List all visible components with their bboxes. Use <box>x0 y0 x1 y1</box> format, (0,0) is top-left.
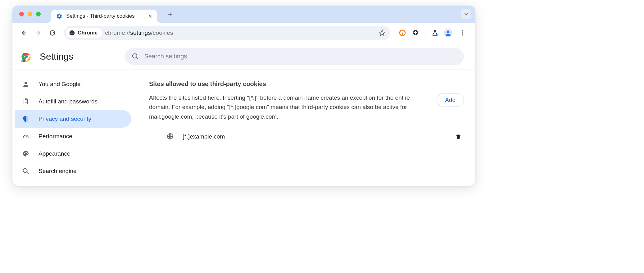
search-icon <box>22 167 30 175</box>
svg-point-7 <box>447 30 450 33</box>
speedometer-icon <box>22 132 30 140</box>
svg-point-9 <box>462 32 463 34</box>
sidebar-item-performance[interactable]: Performance <box>15 128 131 145</box>
search-settings-field[interactable] <box>125 48 464 65</box>
section-description: Affects the sites listed here. Inserting… <box>149 93 427 121</box>
page-title: Settings <box>40 51 73 62</box>
svg-rect-20 <box>25 98 27 100</box>
chrome-logo-icon: Beta <box>21 51 32 62</box>
browser-window: Settings - Third-party cookies <box>12 6 475 186</box>
allowed-site-row: [*.]example.com <box>149 130 464 143</box>
svg-point-28 <box>23 169 27 173</box>
sidebar-item-privacy-security[interactable]: Privacy and security <box>15 110 131 128</box>
shield-icon <box>22 115 30 123</box>
close-tab-button[interactable] <box>147 13 153 19</box>
sidebar-item-label: Appearance <box>39 150 70 157</box>
svg-point-8 <box>462 30 463 31</box>
extensions-puzzle-icon[interactable] <box>411 29 420 37</box>
extensions-area <box>397 27 469 39</box>
back-button[interactable] <box>18 27 30 39</box>
person-icon <box>22 80 30 88</box>
svg-rect-19 <box>24 99 28 104</box>
browser-menu-button[interactable] <box>457 27 468 39</box>
svg-rect-31 <box>456 135 460 136</box>
search-icon <box>132 53 139 60</box>
profile-avatar-icon[interactable] <box>444 29 452 37</box>
url-text: chrome://settings/cookies <box>105 30 173 36</box>
svg-point-26 <box>26 152 27 153</box>
extension-openvpn-icon[interactable] <box>398 29 406 37</box>
section-title: Sites allowed to use third-party cookies <box>149 80 464 88</box>
svg-line-23 <box>26 136 27 138</box>
svg-point-5 <box>436 34 438 36</box>
address-bar[interactable]: Chrome chrome://settings/cookies <box>64 26 390 40</box>
sidebar-item-autofill[interactable]: Autofill and passwords <box>15 93 131 110</box>
content-pane: Sites allowed to use third-party cookies… <box>139 70 475 186</box>
sidebar-item-label: You and Google <box>39 81 81 88</box>
svg-point-25 <box>25 152 26 153</box>
toolbar: Chrome chrome://settings/cookies <box>12 23 475 43</box>
tab-overflow-button[interactable] <box>461 9 471 19</box>
sidebar-item-you-and-google[interactable]: You and Google <box>15 75 131 93</box>
add-button[interactable]: Add <box>437 93 464 107</box>
toolbar-divider <box>425 29 425 37</box>
site-chip[interactable]: Chrome <box>66 28 102 38</box>
title-bar: Settings - Third-party cookies <box>12 6 475 23</box>
sidebar-item-label: Performance <box>39 133 72 140</box>
palette-icon <box>22 150 30 158</box>
window-controls <box>19 12 41 16</box>
site-chip-label: Chrome <box>78 30 98 36</box>
reload-button[interactable] <box>47 27 58 39</box>
chrome-icon <box>69 30 75 36</box>
svg-point-24 <box>24 153 25 154</box>
browser-tab[interactable]: Settings - Third-party cookies <box>51 10 157 23</box>
forward-button[interactable] <box>32 27 44 39</box>
svg-rect-4 <box>402 33 403 35</box>
sidebar-item-appearance[interactable]: Appearance <box>15 145 131 162</box>
sidebar-item-search-engine[interactable]: Search engine <box>15 162 131 180</box>
search-settings-input[interactable] <box>144 53 457 60</box>
maximize-window-button[interactable] <box>36 12 41 16</box>
svg-point-2 <box>71 32 73 34</box>
page-content: Beta Settings You and Google Autofill an… <box>12 43 475 186</box>
svg-point-27 <box>27 153 28 154</box>
sidebar: You and Google Autofill and passwords Pr… <box>12 70 139 186</box>
svg-point-10 <box>462 34 463 35</box>
delete-site-button[interactable] <box>455 134 462 140</box>
section-row: Affects the sites listed here. Inserting… <box>149 93 464 121</box>
labs-flask-icon[interactable] <box>431 29 439 37</box>
svg-text:Beta: Beta <box>22 60 25 61</box>
new-tab-button[interactable] <box>165 9 175 20</box>
globe-icon <box>166 133 175 141</box>
gear-icon <box>56 13 62 19</box>
bookmark-star-icon[interactable] <box>379 29 386 37</box>
close-window-button[interactable] <box>19 12 24 16</box>
site-domain: [*.]example.com <box>183 133 447 140</box>
settings-header: Beta Settings <box>12 43 475 70</box>
svg-line-29 <box>27 172 29 174</box>
minimize-window-button[interactable] <box>28 12 32 16</box>
settings-body: You and Google Autofill and passwords Pr… <box>12 70 475 186</box>
sidebar-item-label: Autofill and passwords <box>39 98 98 105</box>
tab-title: Settings - Third-party cookies <box>66 13 144 19</box>
sidebar-item-label: Search engine <box>39 168 77 175</box>
svg-point-18 <box>25 82 27 84</box>
svg-line-17 <box>136 57 138 59</box>
sidebar-item-label: Privacy and security <box>39 116 91 122</box>
svg-point-16 <box>133 54 137 58</box>
clipboard-icon <box>22 98 30 106</box>
